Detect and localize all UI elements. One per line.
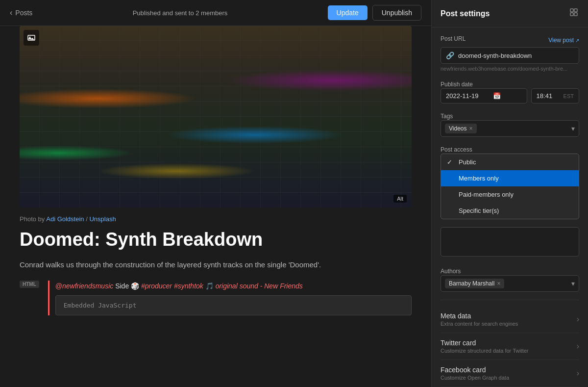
back-label: Posts	[15, 9, 32, 17]
post-title: Doomed: Synth Breakdown	[20, 229, 412, 251]
authors-group: Authors Barnaby Marshall × ▾	[441, 266, 579, 292]
author-remove-button[interactable]: ×	[497, 280, 500, 287]
tags-dropdown-arrow-icon: ▾	[571, 125, 575, 132]
url-input-wrapper: 🔗	[441, 47, 579, 64]
svg-rect-4	[570, 13, 573, 16]
author-chip: Barnaby Marshall ×	[445, 279, 504, 288]
html-block-text: @newfriendsmusic Side 🎲 #producer #synth…	[55, 281, 412, 291]
post-url-label: Post URL	[441, 35, 466, 42]
synthtok-tag[interactable]: #synthtok	[174, 282, 203, 290]
date-input[interactable]	[446, 92, 490, 100]
panel-expand-button[interactable]	[568, 7, 579, 20]
status-text: Published and sent to 2 members	[133, 9, 228, 17]
link-icon: 🔗	[446, 52, 454, 59]
view-post-link[interactable]: View post ↗	[548, 37, 579, 44]
post-excerpt: Conrad walks us through the construction…	[20, 259, 412, 271]
meta-data-subtitle: Extra content for search engines	[441, 321, 577, 327]
external-link-icon: ↗	[575, 38, 579, 43]
twitter-card-row[interactable]: Twitter card Customize structured data f…	[441, 333, 579, 360]
tag-remove-button[interactable]: ×	[469, 125, 472, 132]
sound-link[interactable]: original sound - New Friends	[216, 282, 303, 290]
divider	[441, 300, 579, 300]
content-area: Alt Photo by Adi Goldstein / Unsplash Do…	[0, 26, 431, 387]
tags-group: Tags Videos × ▾	[441, 111, 579, 137]
right-panel: Post settings Post URL View post ↗ 🔗	[431, 0, 588, 387]
tag-chip-videos: Videos ×	[445, 124, 477, 133]
url-input[interactable]	[458, 52, 574, 59]
back-link[interactable]: ‹ Posts	[10, 8, 32, 17]
access-dropdown: ✓ Public Members only Paid-members only …	[441, 154, 579, 219]
svg-rect-5	[574, 13, 577, 16]
publish-date-label: Publish date	[441, 81, 473, 88]
alt-badge: Alt	[393, 195, 407, 203]
time-input[interactable]	[537, 92, 559, 100]
photo-credit-source-link[interactable]: Unsplash	[89, 215, 116, 223]
facebook-card-title: Facebook card	[441, 366, 577, 374]
top-bar: ‹ Posts Published and sent to 2 members …	[0, 0, 431, 26]
tags-label: Tags	[441, 113, 453, 120]
twitter-card-title: Twitter card	[441, 339, 577, 347]
svg-rect-3	[574, 9, 577, 12]
facebook-card-subtitle: Customize Open Graph data	[441, 375, 577, 381]
meta-data-row[interactable]: Meta data Extra content for search engin…	[441, 306, 579, 333]
producer-tag[interactable]: #producer	[141, 282, 172, 290]
facebook-card-chevron-icon: ›	[577, 369, 579, 378]
url-hint: newfriends.web3homebase.com/doomed-synth…	[441, 66, 579, 72]
panel-body: Post URL View post ↗ 🔗 newfriends.web3ho…	[432, 27, 588, 387]
access-option-specific-tier[interactable]: Specific tier(s)	[441, 203, 579, 219]
post-access-group: Post access ✓ Public Members only Paid-m…	[441, 145, 579, 219]
left-panel: ‹ Posts Published and sent to 2 members …	[0, 0, 431, 387]
back-arrow-icon: ‹	[10, 8, 12, 17]
twitter-card-subtitle: Customize structured data for Twitter	[441, 348, 577, 354]
image-icon	[27, 34, 35, 42]
access-option-paid-members[interactable]: Paid-members only	[441, 186, 579, 203]
time-input-wrapper: EST	[531, 88, 579, 103]
meta-data-chevron-icon: ›	[577, 315, 579, 324]
date-input-wrapper: 📅	[441, 88, 527, 103]
check-icon-public: ✓	[447, 158, 455, 166]
expand-icon	[569, 8, 578, 17]
top-bar-actions: Update Unpublish	[328, 5, 421, 21]
panel-header: Post settings	[432, 0, 588, 27]
twitter-card-chevron-icon: ›	[577, 342, 579, 351]
unpublish-button[interactable]: Unpublish	[372, 5, 421, 21]
tags-wrapper[interactable]: Videos × ▾	[441, 120, 579, 137]
image-edit-button[interactable]	[24, 30, 39, 46]
facebook-card-row[interactable]: Facebook card Customize Open Graph data …	[441, 360, 579, 387]
authors-wrapper[interactable]: Barnaby Marshall × ▾	[441, 275, 579, 292]
date-row: 📅 EST	[441, 88, 579, 103]
html-badge: HTML	[20, 281, 39, 288]
html-block: HTML @newfriendsmusic Side 🎲 #producer #…	[20, 281, 412, 315]
panel-title: Post settings	[441, 9, 490, 18]
access-option-public[interactable]: ✓ Public	[441, 154, 579, 170]
html-block-content: @newfriendsmusic Side 🎲 #producer #synth…	[48, 281, 412, 315]
post-url-field-row: Post URL View post ↗	[441, 35, 579, 45]
post-excerpt-field[interactable]	[441, 227, 579, 257]
update-button[interactable]: Update	[328, 5, 368, 20]
svg-rect-2	[570, 9, 573, 12]
photo-credit-author-link[interactable]: Adi Goldstein	[46, 215, 84, 223]
meta-data-title: Meta data	[441, 312, 577, 320]
calendar-icon[interactable]: 📅	[493, 92, 501, 100]
photo-credit: Photo by Adi Goldstein / Unsplash	[20, 215, 412, 223]
authors-label: Authors	[441, 268, 461, 275]
hero-image-wrapper: Alt	[20, 26, 412, 207]
post-access-label: Post access	[441, 146, 472, 153]
post-url-group: Post URL View post ↗ 🔗 newfriends.web3ho…	[441, 35, 579, 72]
synth-board-bg	[20, 26, 412, 207]
authors-dropdown-arrow-icon: ▾	[571, 280, 575, 287]
access-option-members-only[interactable]: Members only	[441, 170, 579, 186]
timezone-label: EST	[564, 93, 574, 99]
embedded-js-block: Embedded JavaScript	[55, 295, 412, 315]
social-link[interactable]: @newfriendsmusic	[55, 282, 113, 290]
hero-image: Alt	[20, 26, 412, 207]
publish-date-group: Publish date 📅 EST	[441, 79, 579, 103]
